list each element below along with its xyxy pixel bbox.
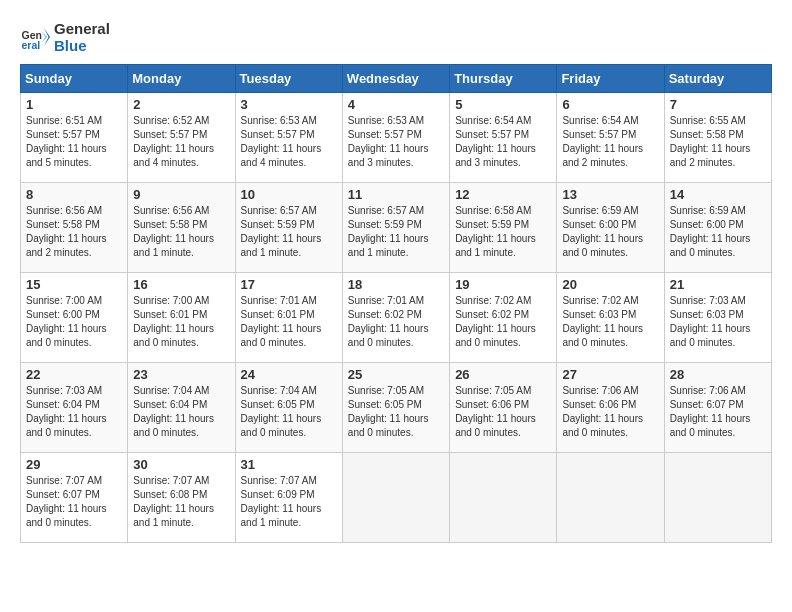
day-number: 28 bbox=[670, 367, 766, 382]
day-info: Sunrise: 7:01 AM Sunset: 6:01 PM Dayligh… bbox=[241, 294, 337, 350]
calendar-cell: 13Sunrise: 6:59 AM Sunset: 6:00 PM Dayli… bbox=[557, 183, 664, 273]
day-number: 9 bbox=[133, 187, 229, 202]
calendar-cell: 5Sunrise: 6:54 AM Sunset: 5:57 PM Daylig… bbox=[450, 93, 557, 183]
calendar-week-row: 8Sunrise: 6:56 AM Sunset: 5:58 PM Daylig… bbox=[21, 183, 772, 273]
day-info: Sunrise: 7:00 AM Sunset: 6:01 PM Dayligh… bbox=[133, 294, 229, 350]
day-number: 16 bbox=[133, 277, 229, 292]
day-info: Sunrise: 7:07 AM Sunset: 6:07 PM Dayligh… bbox=[26, 474, 122, 530]
day-number: 21 bbox=[670, 277, 766, 292]
calendar-cell: 25Sunrise: 7:05 AM Sunset: 6:05 PM Dayli… bbox=[342, 363, 449, 453]
day-number: 7 bbox=[670, 97, 766, 112]
day-number: 6 bbox=[562, 97, 658, 112]
col-header-sunday: Sunday bbox=[21, 65, 128, 93]
day-number: 20 bbox=[562, 277, 658, 292]
day-info: Sunrise: 6:53 AM Sunset: 5:57 PM Dayligh… bbox=[348, 114, 444, 170]
calendar-cell: 1Sunrise: 6:51 AM Sunset: 5:57 PM Daylig… bbox=[21, 93, 128, 183]
day-number: 2 bbox=[133, 97, 229, 112]
calendar-cell: 26Sunrise: 7:05 AM Sunset: 6:06 PM Dayli… bbox=[450, 363, 557, 453]
day-number: 5 bbox=[455, 97, 551, 112]
day-info: Sunrise: 7:04 AM Sunset: 6:05 PM Dayligh… bbox=[241, 384, 337, 440]
day-info: Sunrise: 7:06 AM Sunset: 6:07 PM Dayligh… bbox=[670, 384, 766, 440]
day-number: 8 bbox=[26, 187, 122, 202]
day-info: Sunrise: 7:02 AM Sunset: 6:03 PM Dayligh… bbox=[562, 294, 658, 350]
calendar-table: SundayMondayTuesdayWednesdayThursdayFrid… bbox=[20, 64, 772, 543]
day-info: Sunrise: 6:52 AM Sunset: 5:57 PM Dayligh… bbox=[133, 114, 229, 170]
day-number: 22 bbox=[26, 367, 122, 382]
day-info: Sunrise: 7:06 AM Sunset: 6:06 PM Dayligh… bbox=[562, 384, 658, 440]
calendar-cell: 30Sunrise: 7:07 AM Sunset: 6:08 PM Dayli… bbox=[128, 453, 235, 543]
calendar-cell: 6Sunrise: 6:54 AM Sunset: 5:57 PM Daylig… bbox=[557, 93, 664, 183]
day-number: 24 bbox=[241, 367, 337, 382]
calendar-cell bbox=[450, 453, 557, 543]
day-number: 30 bbox=[133, 457, 229, 472]
day-number: 4 bbox=[348, 97, 444, 112]
calendar-cell: 8Sunrise: 6:56 AM Sunset: 5:58 PM Daylig… bbox=[21, 183, 128, 273]
calendar-cell: 3Sunrise: 6:53 AM Sunset: 5:57 PM Daylig… bbox=[235, 93, 342, 183]
logo: Gen eral General Blue bbox=[20, 20, 110, 54]
calendar-cell: 28Sunrise: 7:06 AM Sunset: 6:07 PM Dayli… bbox=[664, 363, 771, 453]
day-info: Sunrise: 7:04 AM Sunset: 6:04 PM Dayligh… bbox=[133, 384, 229, 440]
calendar-cell: 31Sunrise: 7:07 AM Sunset: 6:09 PM Dayli… bbox=[235, 453, 342, 543]
calendar-cell bbox=[342, 453, 449, 543]
col-header-friday: Friday bbox=[557, 65, 664, 93]
calendar-cell: 2Sunrise: 6:52 AM Sunset: 5:57 PM Daylig… bbox=[128, 93, 235, 183]
day-info: Sunrise: 6:57 AM Sunset: 5:59 PM Dayligh… bbox=[348, 204, 444, 260]
calendar-cell: 11Sunrise: 6:57 AM Sunset: 5:59 PM Dayli… bbox=[342, 183, 449, 273]
calendar-week-row: 15Sunrise: 7:00 AM Sunset: 6:00 PM Dayli… bbox=[21, 273, 772, 363]
col-header-tuesday: Tuesday bbox=[235, 65, 342, 93]
calendar-cell: 10Sunrise: 6:57 AM Sunset: 5:59 PM Dayli… bbox=[235, 183, 342, 273]
day-info: Sunrise: 7:07 AM Sunset: 6:09 PM Dayligh… bbox=[241, 474, 337, 530]
calendar-header-row: SundayMondayTuesdayWednesdayThursdayFrid… bbox=[21, 65, 772, 93]
day-number: 1 bbox=[26, 97, 122, 112]
day-number: 18 bbox=[348, 277, 444, 292]
day-number: 25 bbox=[348, 367, 444, 382]
calendar-cell: 21Sunrise: 7:03 AM Sunset: 6:03 PM Dayli… bbox=[664, 273, 771, 363]
calendar-cell: 15Sunrise: 7:00 AM Sunset: 6:00 PM Dayli… bbox=[21, 273, 128, 363]
calendar-week-row: 22Sunrise: 7:03 AM Sunset: 6:04 PM Dayli… bbox=[21, 363, 772, 453]
day-number: 13 bbox=[562, 187, 658, 202]
day-number: 31 bbox=[241, 457, 337, 472]
page-header: Gen eral General Blue bbox=[20, 20, 772, 54]
col-header-saturday: Saturday bbox=[664, 65, 771, 93]
logo-text-blue: Blue bbox=[54, 37, 110, 54]
calendar-cell: 12Sunrise: 6:58 AM Sunset: 5:59 PM Dayli… bbox=[450, 183, 557, 273]
day-number: 10 bbox=[241, 187, 337, 202]
day-info: Sunrise: 7:00 AM Sunset: 6:00 PM Dayligh… bbox=[26, 294, 122, 350]
day-info: Sunrise: 6:55 AM Sunset: 5:58 PM Dayligh… bbox=[670, 114, 766, 170]
day-info: Sunrise: 6:56 AM Sunset: 5:58 PM Dayligh… bbox=[133, 204, 229, 260]
calendar-cell bbox=[664, 453, 771, 543]
day-info: Sunrise: 7:05 AM Sunset: 6:05 PM Dayligh… bbox=[348, 384, 444, 440]
calendar-cell: 22Sunrise: 7:03 AM Sunset: 6:04 PM Dayli… bbox=[21, 363, 128, 453]
day-info: Sunrise: 6:56 AM Sunset: 5:58 PM Dayligh… bbox=[26, 204, 122, 260]
day-info: Sunrise: 7:03 AM Sunset: 6:03 PM Dayligh… bbox=[670, 294, 766, 350]
day-number: 17 bbox=[241, 277, 337, 292]
calendar-cell: 29Sunrise: 7:07 AM Sunset: 6:07 PM Dayli… bbox=[21, 453, 128, 543]
day-number: 12 bbox=[455, 187, 551, 202]
day-info: Sunrise: 7:02 AM Sunset: 6:02 PM Dayligh… bbox=[455, 294, 551, 350]
calendar-week-row: 29Sunrise: 7:07 AM Sunset: 6:07 PM Dayli… bbox=[21, 453, 772, 543]
calendar-cell: 23Sunrise: 7:04 AM Sunset: 6:04 PM Dayli… bbox=[128, 363, 235, 453]
day-info: Sunrise: 6:57 AM Sunset: 5:59 PM Dayligh… bbox=[241, 204, 337, 260]
logo-text-general: General bbox=[54, 20, 110, 37]
day-number: 15 bbox=[26, 277, 122, 292]
day-info: Sunrise: 6:58 AM Sunset: 5:59 PM Dayligh… bbox=[455, 204, 551, 260]
calendar-cell: 17Sunrise: 7:01 AM Sunset: 6:01 PM Dayli… bbox=[235, 273, 342, 363]
day-info: Sunrise: 6:53 AM Sunset: 5:57 PM Dayligh… bbox=[241, 114, 337, 170]
calendar-cell: 20Sunrise: 7:02 AM Sunset: 6:03 PM Dayli… bbox=[557, 273, 664, 363]
calendar-week-row: 1Sunrise: 6:51 AM Sunset: 5:57 PM Daylig… bbox=[21, 93, 772, 183]
day-info: Sunrise: 7:03 AM Sunset: 6:04 PM Dayligh… bbox=[26, 384, 122, 440]
day-number: 3 bbox=[241, 97, 337, 112]
day-info: Sunrise: 7:07 AM Sunset: 6:08 PM Dayligh… bbox=[133, 474, 229, 530]
svg-text:eral: eral bbox=[22, 39, 41, 51]
logo-icon: Gen eral bbox=[20, 22, 50, 52]
calendar-cell: 19Sunrise: 7:02 AM Sunset: 6:02 PM Dayli… bbox=[450, 273, 557, 363]
day-number: 26 bbox=[455, 367, 551, 382]
day-info: Sunrise: 6:51 AM Sunset: 5:57 PM Dayligh… bbox=[26, 114, 122, 170]
day-info: Sunrise: 6:54 AM Sunset: 5:57 PM Dayligh… bbox=[455, 114, 551, 170]
col-header-thursday: Thursday bbox=[450, 65, 557, 93]
calendar-cell bbox=[557, 453, 664, 543]
calendar-cell: 16Sunrise: 7:00 AM Sunset: 6:01 PM Dayli… bbox=[128, 273, 235, 363]
calendar-cell: 9Sunrise: 6:56 AM Sunset: 5:58 PM Daylig… bbox=[128, 183, 235, 273]
day-number: 14 bbox=[670, 187, 766, 202]
day-info: Sunrise: 7:01 AM Sunset: 6:02 PM Dayligh… bbox=[348, 294, 444, 350]
